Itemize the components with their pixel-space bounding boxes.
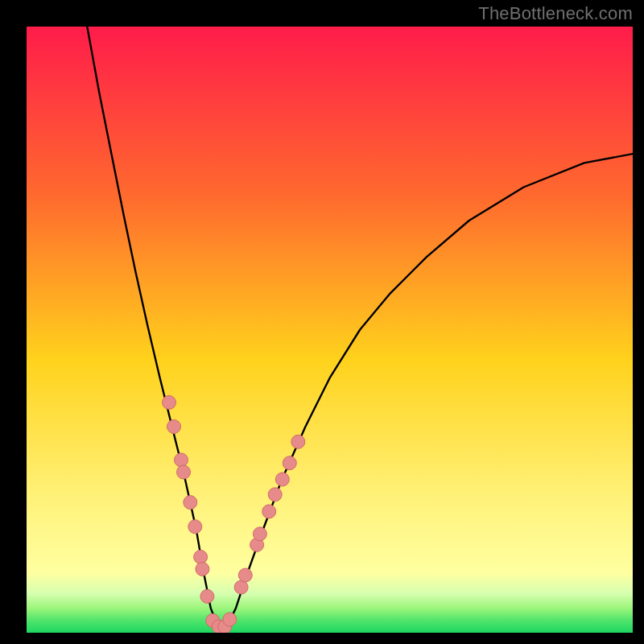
curve-marker <box>268 488 282 502</box>
marker-group <box>163 395 305 633</box>
curve-marker <box>291 435 305 448</box>
curve-marker <box>188 520 202 534</box>
curve-marker <box>223 613 237 626</box>
curve-marker <box>234 580 248 594</box>
curve-marker <box>196 562 209 576</box>
curve-marker <box>283 456 296 470</box>
chart-canvas <box>27 27 633 633</box>
curve-marker <box>184 496 197 510</box>
bottleneck-curve <box>87 27 633 627</box>
curve-marker <box>200 589 214 603</box>
curve-marker <box>175 453 188 467</box>
curve-marker <box>253 527 266 541</box>
curve-marker <box>262 505 276 518</box>
plot-area <box>27 27 633 633</box>
brand-watermark: TheBottleneck.com <box>478 3 633 24</box>
curve-marker <box>177 465 191 479</box>
curve-marker <box>167 420 181 434</box>
outer-frame: TheBottleneck.com <box>0 0 644 644</box>
curve-marker <box>194 550 208 564</box>
curve-marker <box>238 568 252 582</box>
curve-marker <box>163 395 176 409</box>
curve-marker <box>275 473 289 486</box>
